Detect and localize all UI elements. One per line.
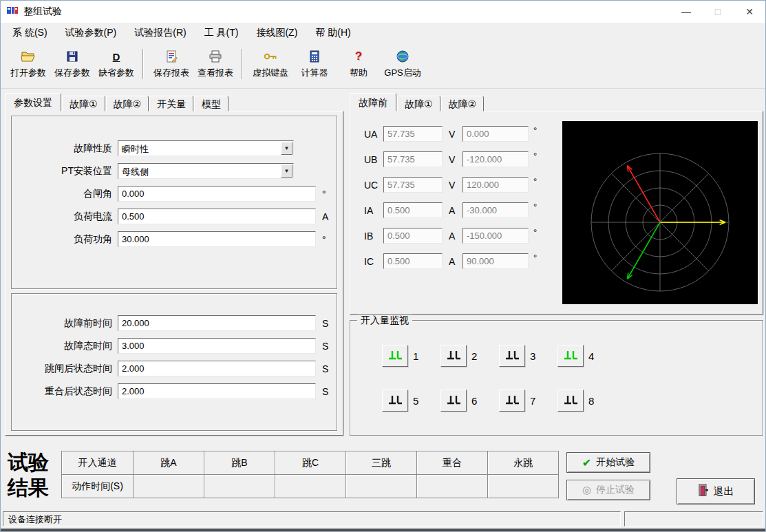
toolbar-button-label: 缺省参数	[98, 67, 134, 79]
menu-item-2[interactable]: 试验参数(P)	[56, 24, 126, 42]
angle-input-UC[interactable]	[462, 177, 529, 193]
field-select-1[interactable]: 母线侧▼	[118, 163, 294, 179]
result-header-5: 重合	[416, 451, 488, 475]
results-title-line2: 结果	[8, 475, 60, 500]
time-input-0[interactable]	[118, 315, 316, 331]
time-input-1[interactable]	[118, 338, 316, 354]
time-parameters-box: 故障前时间S故障态时间S跳闸后状态时间S重合后状态时间S	[11, 293, 337, 431]
angle-input-IC[interactable]	[462, 253, 529, 269]
time-input-3[interactable]	[118, 383, 316, 399]
toolbar-separator	[242, 49, 243, 79]
magnitude-input-IB[interactable]	[383, 228, 443, 244]
result-header-6: 永跳	[487, 451, 559, 475]
channel-number: 4	[588, 350, 594, 362]
phase-name: IA	[364, 205, 383, 216]
floppy-disk-icon	[65, 48, 79, 65]
channel-item-7: 7	[499, 390, 557, 412]
menu-item-6[interactable]: 帮 助(H)	[306, 24, 359, 42]
magnitude-input-UB[interactable]	[383, 151, 443, 167]
tab-left-1[interactable]: 故障①	[62, 96, 105, 111]
menu-item-5[interactable]: 接线图(Z)	[247, 24, 306, 42]
maximize-button[interactable]: □	[702, 1, 734, 23]
channel-number: 6	[471, 395, 477, 407]
contact-icon-button-4[interactable]	[557, 345, 584, 367]
contact-icon-button-7[interactable]	[499, 390, 525, 412]
magnitude-input-UA[interactable]	[383, 126, 443, 142]
result-cell-1	[204, 474, 275, 498]
menu-item-3[interactable]: 试验报告(R)	[125, 24, 195, 42]
field-input-3[interactable]	[118, 209, 316, 224]
group-title: 开入量监视	[357, 315, 412, 327]
select-value: 瞬时性	[118, 141, 293, 156]
minimize-button[interactable]: —	[670, 1, 702, 23]
toolbar-button-key[interactable]: 虚拟键盘	[248, 47, 292, 80]
angle-input-UA[interactable]	[462, 126, 529, 142]
result-cell-5	[487, 474, 559, 498]
degree-symbol: °	[533, 253, 537, 263]
tab-left-3[interactable]: 开关量	[149, 96, 193, 111]
toolbar-button-open-folder[interactable]: 打开参数	[6, 47, 50, 80]
key-icon	[263, 48, 278, 65]
window-bottom-edge	[1, 529, 765, 531]
param-field-row: 故障性质瞬时性▼	[12, 137, 337, 160]
field-select-0[interactable]: 瞬时性▼	[118, 140, 294, 156]
title-bar: 整组试验 — □ ✕	[1, 1, 765, 23]
tab-left-0[interactable]: 参数设置	[5, 93, 61, 111]
time-fields: 故障前时间S故障态时间S跳闸后状态时间S重合后状态时间S	[12, 312, 337, 403]
toolbar-button-globe[interactable]: GPS启动	[381, 47, 425, 80]
contact-icon-button-8[interactable]	[557, 390, 584, 412]
time-input-2[interactable]	[118, 361, 316, 376]
contact-icon-button-5[interactable]	[382, 390, 408, 412]
time-field-row: 故障前时间S	[12, 312, 337, 334]
tab-left-4[interactable]: 模型	[194, 96, 228, 111]
select-value: 母线侧	[118, 164, 293, 178]
toolbar-button-printer[interactable]: 查看报表	[193, 47, 237, 80]
menu-item-4[interactable]: 工 具(T)	[195, 24, 248, 42]
result-cell-0	[133, 474, 204, 498]
chevron-down-icon[interactable]: ▼	[281, 142, 292, 155]
angle-input-IB[interactable]	[462, 228, 529, 244]
toolbar-button-label: 打开参数	[10, 67, 46, 79]
menu-item-1[interactable]: 系 统(S)	[3, 24, 56, 42]
toolbar-button-report-save[interactable]: 保存报表	[149, 47, 193, 80]
field-label: 跳闸后状态时间	[14, 363, 118, 375]
result-header-3: 跳C	[275, 451, 346, 475]
phase-name: UA	[364, 129, 383, 140]
field-label: 负荷电流	[14, 211, 118, 223]
tab-left-2[interactable]: 故障②	[106, 96, 149, 111]
toolbar-button-calculator[interactable]: 计算器	[292, 47, 337, 80]
angle-input-IA[interactable]	[462, 202, 529, 218]
field-input-2[interactable]	[118, 186, 316, 202]
contact-icon-button-1[interactable]	[382, 345, 408, 367]
magnitude-input-IA[interactable]	[383, 202, 443, 218]
tab-right-1[interactable]: 故障①	[397, 96, 440, 111]
chevron-down-icon[interactable]: ▼	[281, 164, 292, 178]
parameter-panel: 故障性质瞬时性▼PT安装位置母线侧▼合闸角°负荷电流A负荷功角° 故障前时间S故…	[5, 111, 343, 436]
start-test-button[interactable]: ✔ 开始试验	[566, 452, 650, 473]
tab-right-2[interactable]: 故障②	[441, 96, 485, 111]
magnitude-input-UC[interactable]	[383, 177, 443, 193]
toolbar-button-question[interactable]: ?帮助	[337, 47, 381, 80]
exit-button[interactable]: 退出	[677, 478, 755, 504]
contact-icon-button-2[interactable]	[440, 345, 467, 367]
close-button[interactable]: ✕	[734, 1, 765, 23]
toolbar-button-label: 虚拟键盘	[253, 67, 288, 79]
contact-icon-button-3[interactable]	[499, 345, 525, 367]
field-input-4[interactable]	[118, 231, 316, 247]
field-unit: S	[322, 363, 334, 374]
stop-test-label: 停止试验	[596, 484, 635, 496]
time-field-row: 跳闸后状态时间S	[12, 357, 337, 380]
magnitude-input-IC[interactable]	[383, 253, 443, 269]
result-header-2: 跳B	[204, 451, 275, 475]
stop-test-button[interactable]: ◎ 停止试验	[566, 480, 650, 500]
toolbar-button-letter-d[interactable]: D缺省参数	[94, 47, 138, 80]
contact-icon-button-6[interactable]	[440, 390, 467, 412]
phase-name: IB	[364, 231, 383, 242]
degree-symbol: °	[533, 151, 537, 161]
degree-symbol: °	[533, 125, 537, 136]
tab-right-0[interactable]: 故障前	[350, 93, 396, 111]
channel-item-8: 8	[557, 390, 616, 412]
toolbar-button-floppy-disk[interactable]: 保存参数	[50, 47, 94, 80]
angle-input-UB[interactable]	[462, 151, 529, 167]
param-field-row: 负荷电流A	[12, 205, 337, 228]
